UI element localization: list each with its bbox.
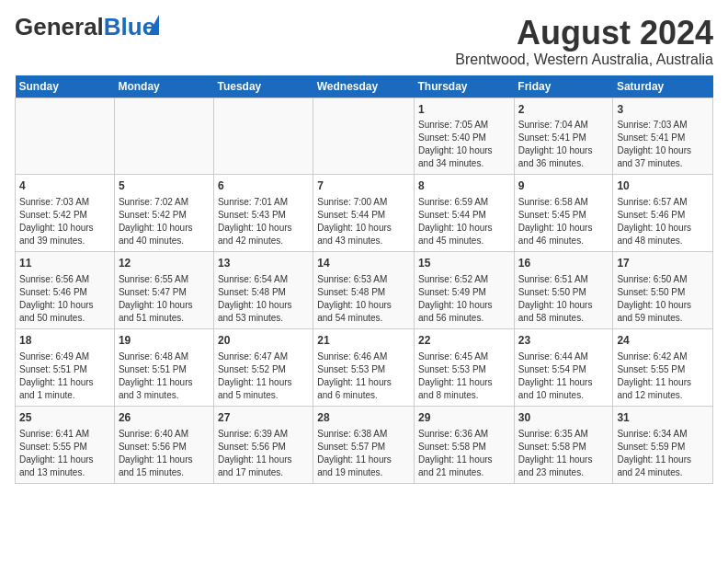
day-number: 30 [518,410,609,426]
logo-triangle-icon [148,15,159,35]
day-info: and 40 minutes. [119,235,210,247]
day-info: Sunset: 5:53 PM [317,363,410,376]
day-info: Daylight: 10 hours [518,299,609,312]
day-info: Sunrise: 6:50 AM [617,273,709,286]
calendar-cell: 30Sunrise: 6:35 AMSunset: 5:58 PMDayligh… [514,406,613,483]
day-info: Sunrise: 6:39 AM [218,428,309,441]
day-info: Sunrise: 6:41 AM [19,428,110,441]
day-info: and 5 minutes. [218,389,309,402]
calendar-cell: 6Sunrise: 7:01 AMSunset: 5:43 PMDaylight… [213,175,313,252]
calendar-cell: 28Sunrise: 6:38 AMSunset: 5:57 PMDayligh… [313,406,415,483]
calendar-cell: 20Sunrise: 6:47 AMSunset: 5:52 PMDayligh… [213,328,313,406]
day-info: and 10 minutes. [518,389,609,402]
day-number: 9 [518,178,609,194]
day-info: and 1 minute. [19,389,110,402]
day-number: 31 [617,410,709,426]
calendar-cell: 24Sunrise: 6:42 AMSunset: 5:55 PMDayligh… [613,328,713,406]
calendar-table: Sunday Monday Tuesday Wednesday Thursday… [15,75,713,484]
day-info: and 59 minutes. [617,312,709,325]
day-info: Sunrise: 6:38 AM [317,428,410,441]
calendar-week-row: 25Sunrise: 6:41 AMSunset: 5:55 PMDayligh… [16,406,713,483]
day-info: Daylight: 10 hours [19,299,110,312]
day-info: Daylight: 10 hours [617,299,709,312]
day-info: and 39 minutes. [19,235,110,247]
logo-general: General [15,13,104,40]
day-info: Daylight: 10 hours [418,299,510,312]
day-number: 13 [218,256,309,271]
calendar-cell: 17Sunrise: 6:50 AMSunset: 5:50 PMDayligh… [613,252,713,329]
calendar-week-row: 18Sunrise: 6:49 AMSunset: 5:51 PMDayligh… [16,328,713,406]
day-info: Sunset: 5:47 PM [119,286,210,299]
day-info: Daylight: 11 hours [617,376,709,389]
calendar-cell: 14Sunrise: 6:53 AMSunset: 5:48 PMDayligh… [313,252,415,329]
calendar-cell: 12Sunrise: 6:55 AMSunset: 5:47 PMDayligh… [114,252,213,329]
day-info: Sunset: 5:54 PM [518,363,609,376]
day-info: Sunrise: 7:01 AM [218,196,309,209]
day-info: Sunset: 5:59 PM [617,441,709,454]
day-info: Sunset: 5:42 PM [19,209,110,222]
day-number: 7 [317,178,410,194]
day-info: Daylight: 10 hours [518,222,609,235]
calendar-cell: 9Sunrise: 6:58 AMSunset: 5:45 PMDaylight… [514,175,613,252]
title-block: August 2024 Brentwood, Western Australia… [455,15,713,68]
calendar-week-row: 11Sunrise: 6:56 AMSunset: 5:46 PMDayligh… [16,252,713,329]
day-number: 23 [518,333,609,349]
day-number: 3 [617,102,709,118]
calendar-subtitle: Brentwood, Western Australia, Australia [455,52,713,68]
calendar-cell: 26Sunrise: 6:40 AMSunset: 5:56 PMDayligh… [114,406,213,483]
calendar-cell: 3Sunrise: 7:03 AMSunset: 5:41 PMDaylight… [613,98,713,175]
day-info: Daylight: 10 hours [218,299,309,312]
day-info: Sunrise: 6:52 AM [418,273,510,286]
day-info: and 48 minutes. [617,235,709,247]
day-number: 2 [518,102,609,118]
day-info: Sunset: 5:44 PM [418,209,510,222]
day-info: Sunrise: 6:45 AM [418,350,510,363]
day-info: Sunrise: 6:47 AM [218,350,309,363]
calendar-cell: 5Sunrise: 7:02 AMSunset: 5:42 PMDaylight… [114,175,213,252]
day-info: Sunset: 5:52 PM [218,363,309,376]
day-info: and 36 minutes. [518,157,609,170]
day-number: 5 [119,178,210,194]
logo: GeneralBlue [15,15,155,39]
day-info: Sunset: 5:53 PM [418,363,510,376]
day-info: Sunset: 5:56 PM [119,441,210,454]
day-info: and 37 minutes. [617,157,709,170]
day-info: Daylight: 10 hours [418,222,510,235]
day-info: Sunrise: 6:35 AM [518,428,609,441]
day-info: and 12 minutes. [617,389,709,402]
calendar-cell: 19Sunrise: 6:48 AMSunset: 5:51 PMDayligh… [114,328,213,406]
col-monday: Monday [114,75,213,98]
calendar-week-row: 4Sunrise: 7:03 AMSunset: 5:42 PMDaylight… [16,175,713,252]
day-info: and 17 minutes. [218,466,309,479]
day-info: Sunrise: 6:40 AM [119,428,210,441]
day-info: Daylight: 10 hours [317,222,410,235]
day-info: Daylight: 10 hours [617,144,709,157]
calendar-cell: 27Sunrise: 6:39 AMSunset: 5:56 PMDayligh… [213,406,313,483]
day-info: Sunrise: 7:03 AM [19,196,110,209]
day-info: Sunset: 5:56 PM [218,441,309,454]
day-info: Daylight: 10 hours [518,144,609,157]
day-info: and 43 minutes. [317,235,410,247]
calendar-cell: 31Sunrise: 6:34 AMSunset: 5:59 PMDayligh… [613,406,713,483]
day-info: Daylight: 11 hours [218,454,309,466]
calendar-cell: 18Sunrise: 6:49 AMSunset: 5:51 PMDayligh… [16,328,115,406]
day-info: Daylight: 11 hours [119,454,210,466]
calendar-cell: 21Sunrise: 6:46 AMSunset: 5:53 PMDayligh… [313,328,415,406]
day-info: Sunrise: 6:36 AM [418,428,510,441]
day-info: Sunrise: 6:59 AM [418,196,510,209]
day-info: Sunrise: 6:53 AM [317,273,410,286]
day-info: Sunrise: 6:57 AM [617,196,709,209]
day-number: 14 [317,256,410,271]
day-info: and 51 minutes. [119,312,210,325]
day-info: and 8 minutes. [418,389,510,402]
calendar-cell [16,98,115,175]
day-info: Sunrise: 6:58 AM [518,196,609,209]
day-number: 4 [19,178,110,194]
day-number: 15 [418,256,510,271]
day-info: Sunrise: 6:54 AM [218,273,309,286]
page-header: GeneralBlue August 2024 Brentwood, Weste… [15,15,713,68]
day-info: and 3 minutes. [119,389,210,402]
day-info: Sunrise: 6:48 AM [119,350,210,363]
day-number: 17 [617,256,709,271]
day-info: Sunset: 5:43 PM [218,209,309,222]
